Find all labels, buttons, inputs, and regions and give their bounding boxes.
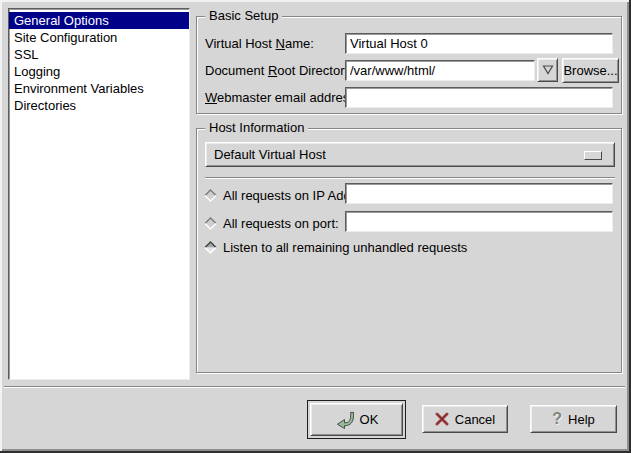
radio-unchecked-icon xyxy=(204,189,217,202)
help-button-label: Help xyxy=(568,412,595,427)
sidebar-item-general-options[interactable]: General Options xyxy=(9,12,189,29)
sidebar-item-logging[interactable]: Logging xyxy=(9,63,189,80)
radio-port-label: All requests on port: xyxy=(223,216,339,231)
host-info-separator xyxy=(205,177,615,179)
virtual-host-name-input[interactable] xyxy=(345,33,613,54)
sidebar-item-site-configuration[interactable]: Site Configuration xyxy=(9,29,189,46)
browse-button[interactable]: Browse... xyxy=(562,58,619,83)
browse-button-label: Browse... xyxy=(563,63,617,78)
ok-default-ring: OK xyxy=(307,400,406,439)
cancel-button-label: Cancel xyxy=(455,412,495,427)
host-type-selected-value: Default Virtual Host xyxy=(214,147,326,162)
document-root-input[interactable] xyxy=(345,60,535,81)
help-button[interactable]: ? Help xyxy=(530,405,617,433)
button-area-separator xyxy=(4,386,625,388)
cancel-x-icon xyxy=(435,412,449,426)
host-type-dropdown[interactable]: Default Virtual Host xyxy=(205,142,615,167)
virtual-host-name-label: Virtual Host Name: xyxy=(205,33,314,54)
option-menu-indicator-icon xyxy=(584,151,602,160)
basic-setup-title: Basic Setup xyxy=(205,8,282,23)
sidebar-item-ssl[interactable]: SSL xyxy=(9,46,189,63)
document-root-history-button[interactable] xyxy=(537,58,558,82)
sidebar-item-directories[interactable]: Directories xyxy=(9,97,189,114)
radio-listen-all-label: Listen to all remaining unhandled reques… xyxy=(223,240,467,255)
virtual-host-properties-window: General Options Site Configuration SSL L… xyxy=(0,0,631,453)
sections-list: General Options Site Configuration SSL L… xyxy=(8,8,190,380)
ok-return-arrow-icon xyxy=(335,411,354,429)
port-input[interactable] xyxy=(345,211,613,232)
webmaster-email-input[interactable] xyxy=(345,87,613,108)
webmaster-email-label: Webmaster email address: xyxy=(205,87,359,108)
radio-checked-icon xyxy=(204,241,217,254)
ok-button-label: OK xyxy=(360,412,379,427)
radio-all-requests-port[interactable]: All requests on port: xyxy=(204,213,339,233)
chevron-down-icon xyxy=(542,65,554,75)
help-question-icon: ? xyxy=(552,410,562,428)
cancel-button[interactable]: Cancel xyxy=(422,405,508,433)
host-information-title: Host Information xyxy=(205,120,308,135)
radio-unchecked-icon xyxy=(204,217,217,230)
ok-button[interactable]: OK xyxy=(310,403,403,436)
ip-address-input[interactable] xyxy=(345,183,613,204)
host-information-frame: Host Information Default Virtual Host Al… xyxy=(196,128,622,373)
radio-listen-all-remaining[interactable]: Listen to all remaining unhandled reques… xyxy=(204,237,467,257)
sidebar-item-environment-variables[interactable]: Environment Variables xyxy=(9,80,189,97)
document-root-label: Document Root Directory: xyxy=(205,60,355,81)
basic-setup-frame: Basic Setup Virtual Host Name: Document … xyxy=(196,16,622,114)
